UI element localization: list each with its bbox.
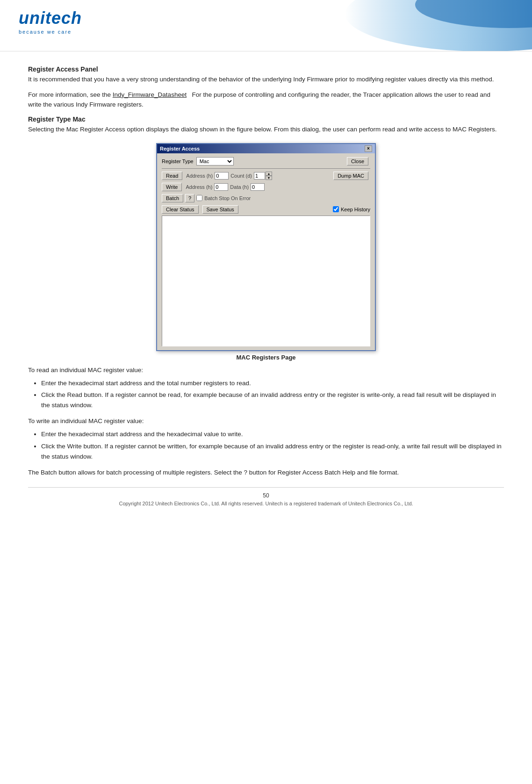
read-bullet-list: Enter the hexadecimal start address and … bbox=[28, 378, 504, 410]
logo-area: unitech because we care bbox=[19, 8, 82, 35]
write-intro: To write an individual MAC register valu… bbox=[28, 417, 504, 426]
count-label: Count (d) bbox=[230, 173, 252, 179]
clear-status-button[interactable]: Clear Status bbox=[162, 205, 199, 214]
batch-stop-label: Batch Stop On Error bbox=[204, 195, 251, 201]
section2-title: Register Type Mac bbox=[28, 115, 504, 123]
separator1 bbox=[162, 168, 370, 169]
spinner-up[interactable]: ▲ bbox=[266, 172, 272, 176]
dialog-top-row: Register Type Mac Close bbox=[162, 157, 370, 165]
copyright: Copyright 2012 Unitech Electronics Co., … bbox=[28, 501, 504, 506]
keep-history-label: Keep History bbox=[341, 207, 370, 212]
data-label: Data (h) bbox=[230, 184, 249, 190]
write-row: Write Address (h) Data (h) bbox=[162, 183, 370, 191]
read-row: Read Address (h) Count (d) ▲ ▼ Dump MAC bbox=[162, 172, 370, 180]
batch-row: Batch ? Batch Stop On Error bbox=[162, 194, 370, 202]
write-bullet-1: Enter the hexadecimal start address and … bbox=[41, 429, 504, 439]
spinner-down[interactable]: ▼ bbox=[266, 176, 272, 180]
footer: 50 Copyright 2012 Unitech Electronics Co… bbox=[28, 487, 504, 506]
bottom-controls-row: Clear Status Save Status Keep History bbox=[162, 205, 370, 214]
section1-para2: For more information, see the Indy_Firmw… bbox=[28, 90, 504, 110]
dialog-title: Register Access bbox=[160, 146, 200, 151]
write-bullet-list: Enter the hexadecimal start address and … bbox=[28, 429, 504, 461]
batch-note: The Batch button allows for batch proces… bbox=[28, 468, 504, 478]
batch-question-button[interactable]: ? bbox=[185, 194, 194, 202]
main-content: Register Access Panel It is recommended … bbox=[0, 51, 532, 520]
dump-mac-button[interactable]: Dump MAC bbox=[333, 172, 368, 180]
write-button[interactable]: Write bbox=[162, 183, 182, 191]
dialog-container: Register Access × Register Type Mac Clos… bbox=[28, 143, 504, 361]
status-area bbox=[162, 216, 370, 346]
read-bullet-1: Enter the hexadecimal start address and … bbox=[41, 378, 504, 388]
register-type-select[interactable]: Mac bbox=[196, 157, 234, 165]
address-label-1: Address (h) bbox=[186, 173, 213, 179]
dialog-body: Register Type Mac Close Read Address (h)… bbox=[157, 153, 375, 350]
read-button[interactable]: Read bbox=[162, 172, 182, 180]
address-label-2: Address (h) bbox=[186, 184, 212, 190]
count-spinner[interactable]: ▲ ▼ bbox=[266, 172, 272, 180]
dialog-window: Register Access × Register Type Mac Clos… bbox=[156, 143, 376, 351]
indy-link: Indy_Firmware_Datasheet bbox=[113, 91, 187, 98]
write-bullet-2: Click the Write button. If a register ca… bbox=[41, 441, 504, 461]
section1-title: Register Access Panel bbox=[28, 65, 504, 73]
section-register-access-panel: Register Access Panel It is recommended … bbox=[28, 65, 504, 110]
close-button[interactable]: Close bbox=[347, 157, 368, 165]
address-input-2[interactable] bbox=[214, 183, 228, 191]
keep-history-checkbox[interactable] bbox=[333, 206, 339, 212]
dialog-titlebar: Register Access × bbox=[157, 144, 375, 153]
logo-tagline: because we care bbox=[19, 29, 72, 35]
section2-intro: Selecting the Mac Register Access option… bbox=[28, 125, 504, 135]
count-input[interactable] bbox=[254, 172, 265, 180]
logo-text: unitech bbox=[19, 8, 82, 28]
save-status-button[interactable]: Save Status bbox=[202, 205, 238, 214]
batch-button[interactable]: Batch bbox=[162, 194, 183, 202]
write-bullets-section: To write an individual MAC register valu… bbox=[28, 417, 504, 461]
section-register-type-mac: Register Type Mac Selecting the Mac Regi… bbox=[28, 115, 504, 135]
section1-para2-part1: For more information, see the Indy_Firmw… bbox=[28, 91, 192, 98]
read-bullets-section: To read an individual MAC register value… bbox=[28, 366, 504, 410]
read-bullet-2: Click the Read button. If a register can… bbox=[41, 390, 504, 410]
page-header: unitech because we care bbox=[0, 0, 532, 51]
page-number: 50 bbox=[28, 492, 504, 499]
section1-para1: It is recommended that you have a very s… bbox=[28, 75, 504, 85]
keep-history-row: Keep History bbox=[333, 206, 370, 212]
status-buttons: Clear Status Save Status bbox=[162, 205, 240, 214]
header-decoration bbox=[298, 0, 532, 51]
dialog-caption: MAC Registers Page bbox=[236, 354, 295, 361]
batch-stop-checkbox[interactable] bbox=[196, 195, 202, 201]
address-input-1[interactable] bbox=[215, 172, 229, 180]
dialog-close-x[interactable]: × bbox=[365, 145, 372, 152]
read-intro: To read an individual MAC register value… bbox=[28, 366, 504, 375]
register-type-label: Register Type bbox=[162, 158, 194, 164]
data-input[interactable] bbox=[251, 183, 265, 191]
